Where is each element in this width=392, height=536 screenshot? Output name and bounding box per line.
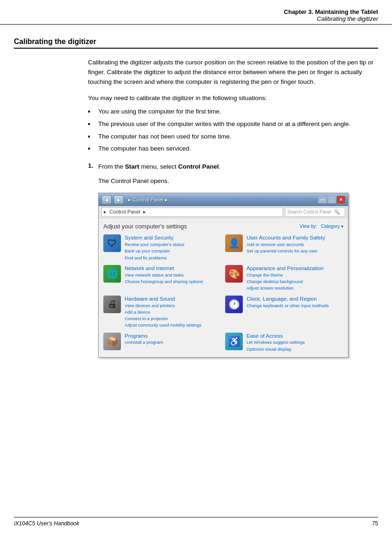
- control-panel-bold: Control Panel: [178, 163, 219, 170]
- network-text: Network and Internet View network status…: [125, 265, 203, 285]
- view-by-label: View by:: [300, 224, 320, 229]
- system-title[interactable]: System and Security: [125, 234, 184, 241]
- appearance-link-theme[interactable]: Change the theme: [247, 272, 323, 278]
- user-link-parental[interactable]: Set up parental controls for any user: [247, 248, 325, 254]
- system-text: System and Security Review your computer…: [125, 234, 184, 261]
- ease-link-suggest[interactable]: Let Windows suggest settings: [247, 339, 305, 346]
- appearance-text: Appearance and Personalization Change th…: [247, 265, 323, 292]
- hardware-links: View devices and printers Add a device C…: [125, 303, 202, 329]
- ease-links: Let Windows suggest settings Optimize vi…: [247, 339, 305, 353]
- situations-intro: You may need to calibrate the digitizer …: [88, 94, 378, 103]
- cp-item-hardware: 🖨 Hardware and Sound View devices and pr…: [103, 296, 221, 329]
- system-link-fix[interactable]: Find and fix problems: [125, 255, 184, 261]
- system-link-backup[interactable]: Back up your computer: [125, 248, 184, 254]
- control-panel-screenshot: ◄ ► ▸ Control Panel ▸ — □ ✕ ▸ Control Pa…: [98, 193, 348, 358]
- cp-item-ease: ♿ Ease of Access Let Windows suggest set…: [225, 333, 343, 353]
- user-link-add[interactable]: Add or remove user accounts: [247, 241, 325, 248]
- programs-link-uninstall[interactable]: Uninstall a program: [125, 339, 163, 346]
- ease-title[interactable]: Ease of Access: [247, 333, 305, 340]
- user-title[interactable]: User Accounts and Family Safety: [247, 234, 325, 241]
- appearance-link-bg[interactable]: Change desktop background: [247, 278, 323, 285]
- search-icon: 🔍: [334, 209, 340, 214]
- cp-item-network: 🌐 Network and Internet View network stat…: [103, 265, 221, 292]
- list-item: The computer has not been used for some …: [88, 132, 378, 142]
- address-path: ▸ Control Panel ▸: [128, 197, 168, 203]
- user-icon: 👤: [225, 234, 243, 252]
- bullet-list: You are using the computer for the first…: [88, 107, 378, 154]
- back-button[interactable]: ◄: [101, 195, 112, 204]
- hardware-link-devices[interactable]: View devices and printers: [125, 303, 202, 309]
- cp-item-programs: 📦 Programs Uninstall a program: [103, 333, 221, 353]
- user-text: User Accounts and Family Safety Add or r…: [247, 234, 325, 254]
- category-dropdown[interactable]: Category ▾: [321, 224, 343, 229]
- cp-item-appearance: 🎨 Appearance and Personalization Change …: [225, 265, 343, 292]
- clock-text: Clock, Language, and Region Change keybo…: [247, 296, 329, 309]
- ease-link-visual[interactable]: Optimize visual display: [247, 346, 305, 353]
- page-footer: iX104C5 User's Handbook 75: [14, 517, 378, 527]
- network-link-status[interactable]: View network status and tasks: [125, 272, 203, 278]
- step-number: 1.: [88, 162, 98, 169]
- system-icon: 🛡: [103, 234, 121, 252]
- appearance-title[interactable]: Appearance and Personalization: [247, 265, 323, 272]
- intro-paragraph: Calibrating the digitizer adjusts the cu…: [88, 58, 378, 87]
- network-links: View network status and tasks Choose hom…: [125, 272, 203, 285]
- user-links: Add or remove user accounts Set up paren…: [247, 241, 325, 255]
- forward-button[interactable]: ►: [114, 195, 124, 204]
- programs-text: Programs Uninstall a program: [125, 333, 163, 346]
- cp-item-user: 👤 User Accounts and Family Safety Add or…: [225, 234, 343, 261]
- network-link-homegroup[interactable]: Choose homegroup and sharing options: [125, 278, 203, 285]
- list-item: The previous user of the computer writes…: [88, 120, 378, 129]
- section-heading: Calibrating the digitizer: [14, 38, 378, 46]
- address-path-field[interactable]: ▸ Control Panel ▸: [101, 208, 283, 217]
- hardware-link-mobility[interactable]: Adjust commonly used mobility settings: [125, 322, 202, 328]
- footer-left: iX104C5 User's Handbook: [14, 520, 79, 527]
- view-by: View by: Category ▾: [300, 224, 343, 229]
- network-title[interactable]: Network and Internet: [125, 265, 203, 272]
- list-item: The computer has been serviced.: [88, 144, 378, 154]
- hardware-icon: 🖨: [103, 296, 121, 313]
- programs-icon: 📦: [103, 333, 121, 350]
- address-bar: ▸ Control Panel ▸ Search Control Panel 🔍: [99, 206, 348, 218]
- adjust-title: Adjust your computer's settings: [103, 223, 187, 230]
- list-item: You are using the computer for the first…: [88, 107, 378, 117]
- page-header: Chapter 3. Maintaining the Tablet Calibr…: [0, 0, 392, 25]
- step-result: The Control Panel opens.: [98, 177, 378, 186]
- clock-icon: 🕐: [225, 296, 243, 313]
- appearance-links: Change the theme Change desktop backgrou…: [247, 272, 323, 292]
- start-bold: Start: [125, 163, 139, 170]
- section-heading-bar: Calibrating the digitizer: [14, 38, 378, 49]
- programs-title[interactable]: Programs: [125, 333, 163, 340]
- appearance-link-res[interactable]: Adjust screen resolution: [247, 285, 323, 291]
- cp-item-system: 🛡 System and Security Review your comput…: [103, 234, 221, 261]
- content-area: Calibrating the digitizer adjusts the cu…: [88, 58, 378, 358]
- ease-icon: ♿: [225, 333, 243, 350]
- clock-links: Change keyboards or other input methods: [247, 303, 329, 309]
- close-button[interactable]: ✕: [337, 196, 345, 203]
- hardware-link-projector[interactable]: Connect to a projector: [125, 315, 202, 322]
- maximize-button[interactable]: □: [328, 196, 336, 203]
- window-titlebar: ◄ ► ▸ Control Panel ▸ — □ ✕: [99, 193, 348, 206]
- programs-links: Uninstall a program: [125, 339, 163, 346]
- cp-topbar: Adjust your computer's settings View by:…: [103, 223, 343, 230]
- header-section-title: Calibrating the digitizer: [14, 15, 378, 22]
- appearance-icon: 🎨: [225, 265, 243, 283]
- chapter-title: Chapter 3. Maintaining the Tablet: [14, 8, 378, 15]
- cp-item-clock: 🕐 Clock, Language, and Region Change key…: [225, 296, 343, 329]
- step-text: From the Start menu, select Control Pane…: [98, 162, 221, 172]
- clock-link-keyboard[interactable]: Change keyboards or other input methods: [247, 303, 329, 309]
- clock-title[interactable]: Clock, Language, and Region: [247, 296, 329, 303]
- network-icon: 🌐: [103, 265, 121, 283]
- minimize-button[interactable]: —: [318, 196, 327, 203]
- system-link-status[interactable]: Review your computer's status: [125, 241, 184, 248]
- cp-categories-grid: 🛡 System and Security Review your comput…: [103, 234, 343, 353]
- hardware-text: Hardware and Sound View devices and prin…: [125, 296, 202, 329]
- system-links: Review your computer's status Back up yo…: [125, 241, 184, 261]
- window-controls: — □ ✕: [318, 196, 345, 203]
- ease-text: Ease of Access Let Windows suggest setti…: [247, 333, 305, 353]
- footer-right: 75: [372, 520, 378, 527]
- control-panel-body: Adjust your computer's settings View by:…: [99, 218, 348, 357]
- titlebar-left: ◄ ► ▸ Control Panel ▸: [101, 195, 168, 204]
- hardware-link-add[interactable]: Add a device: [125, 309, 202, 315]
- hardware-title[interactable]: Hardware and Sound: [125, 296, 202, 303]
- search-field[interactable]: Search Control Panel 🔍: [285, 208, 345, 217]
